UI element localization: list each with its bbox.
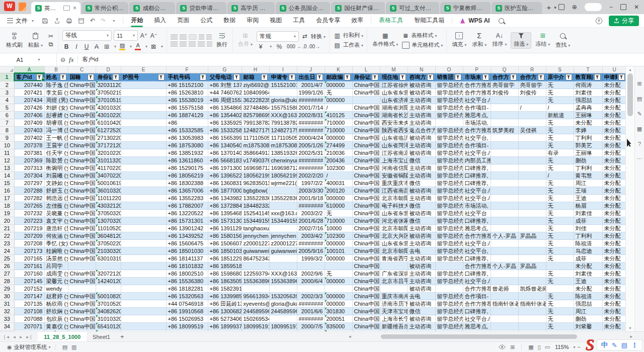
cell[interactable]: 124827175 — [242, 126, 269, 134]
cell[interactable]: 180562199 — [269, 171, 297, 179]
cell[interactable]: 153205639 — [269, 292, 297, 300]
cell[interactable]: 罗晶晶 — [518, 262, 546, 270]
cell[interactable]: +86 1354866895 — [208, 104, 242, 111]
cell[interactable]: +86 1971300890 — [208, 164, 242, 171]
convert-icon[interactable]: ⇄ — [301, 33, 309, 39]
cell[interactable]: 150269534 — [242, 315, 269, 322]
cell[interactable]: 无 — [546, 187, 574, 194]
cell[interactable]: China中国 — [68, 322, 96, 330]
font-size-select[interactable]: 11▾ — [114, 30, 138, 41]
cell[interactable]: 山东省临沂 — [380, 134, 408, 141]
cell[interactable]: 彭睿婧 (女 — [44, 111, 68, 119]
cell[interactable]: 北京市朝阳 — [380, 224, 408, 232]
cell[interactable]: +86 15538019 — [166, 96, 208, 104]
column-header-cell[interactable]: 邮箱 — [242, 73, 269, 81]
cell[interactable]: 200436 — [325, 156, 352, 164]
cell[interactable]: 2001/4/7 — [297, 81, 325, 89]
cell[interactable]: 110112200109181419 — [96, 194, 121, 202]
strikethrough-button[interactable]: A — [93, 44, 101, 50]
cell[interactable]: 无 — [546, 164, 574, 171]
cell[interactable] — [352, 96, 380, 104]
cell[interactable]: 207403 — [14, 126, 44, 134]
cell[interactable] — [435, 285, 463, 292]
cell[interactable]: China中国 — [352, 322, 380, 330]
cell[interactable]: 207265 — [14, 202, 44, 209]
cell[interactable]: 000000 — [325, 277, 352, 285]
cell[interactable] — [121, 96, 166, 104]
cell[interactable]: gloria@uk( — [269, 300, 297, 307]
cell[interactable]: 桂婉唯 (女 — [44, 247, 68, 254]
cell[interactable]: 口碑推荐, — [463, 164, 491, 171]
cell[interactable]: 湖南省浏阳 — [380, 104, 408, 111]
cell[interactable]: 122593794 — [242, 270, 269, 277]
cell[interactable]: 2001/9/18 — [297, 194, 325, 202]
cell[interactable]: 207304 — [14, 171, 44, 179]
cell[interactable]: 630103199903020823 — [96, 254, 121, 262]
cell[interactable] — [121, 262, 166, 270]
cell[interactable] — [491, 187, 518, 194]
decrease-decimal-icon[interactable]: ←.0 — [297, 44, 304, 49]
cell[interactable] — [518, 194, 546, 202]
cell[interactable]: 合作方推荐 — [463, 89, 491, 96]
font-shrink-icon[interactable]: A⁻ — [150, 33, 158, 39]
cell[interactable]: 包欣辰 (女 — [44, 315, 68, 322]
sheet-tab[interactable]: Sheet1 — [87, 332, 116, 341]
menu-item[interactable]: 数据 — [218, 14, 241, 27]
cell[interactable]: 2002/3/3 — [297, 292, 325, 300]
sum-button[interactable]: Σ 求和▾ — [470, 32, 488, 48]
underline-button[interactable]: U — [83, 44, 91, 50]
column-letter[interactable]: P — [463, 66, 491, 73]
cell[interactable]: +86 13053983 — [166, 134, 208, 141]
sidebar-chart-icon[interactable]: ▦ — [637, 126, 642, 132]
cell[interactable]: 无 — [546, 254, 574, 262]
cell[interactable]: +86 15606475 — [166, 239, 208, 247]
cell[interactable]: 207421 — [14, 89, 44, 96]
cell[interactable]: 指南针张老 — [491, 300, 518, 307]
cell[interactable] — [518, 119, 546, 126]
cell[interactable]: +86 周煜155380 — [208, 96, 242, 104]
cell[interactable]: 142401200006041426 — [96, 277, 121, 285]
cell[interactable]: 152541145 — [242, 209, 269, 217]
cell[interactable]: +86 15290175 — [166, 164, 208, 171]
preview-icon[interactable] — [78, 18, 85, 24]
column-header-cell[interactable]: 现住地址 — [380, 73, 408, 81]
column-header-cell[interactable]: 国籍 — [68, 73, 96, 81]
cell[interactable]: 留学总经办 — [435, 254, 463, 262]
cell[interactable]: 被动咨询 — [408, 81, 435, 89]
cell[interactable]: 留学总经办 — [435, 96, 463, 104]
cell[interactable] — [121, 232, 166, 239]
row-number[interactable]: 13 — [0, 164, 14, 171]
menu-item[interactable]: 智能工具箱 — [409, 14, 450, 27]
cell[interactable]: +86 18056219 — [166, 171, 208, 179]
cell[interactable]: 吴佳祺 — [518, 126, 546, 134]
cell[interactable]: 799138782 — [269, 119, 297, 126]
cell[interactable]: 207145 — [14, 277, 44, 285]
cell[interactable]: 留学总经办 — [435, 209, 463, 217]
cell[interactable]: 合作项目- — [463, 141, 491, 149]
cell[interactable]: 无 — [546, 194, 574, 202]
cell[interactable]: 370105199411221118 — [96, 96, 121, 104]
cell[interactable]: 北京市朝阳 — [380, 247, 408, 254]
filter-dropdown-button[interactable] — [594, 74, 601, 80]
cell[interactable]: 610104200212213421 — [96, 119, 121, 126]
wps-ai-menu[interactable]: WPS AI — [454, 17, 495, 24]
cell[interactable]: +86 18874129 — [166, 111, 208, 119]
row-number[interactable]: 33 — [0, 315, 14, 322]
cell[interactable]: 000000 — [325, 81, 352, 89]
cell[interactable]: +86 15536380 — [166, 277, 208, 285]
cell[interactable]: 合作方推荐 — [463, 126, 491, 134]
cell[interactable]: 未分配 — [602, 119, 625, 126]
cell[interactable]: China中国 — [352, 89, 380, 96]
cell[interactable]: 207108 — [14, 307, 44, 315]
cell[interactable] — [518, 179, 546, 187]
menu-item[interactable]: 效率 — [346, 14, 369, 27]
cell[interactable]: 未分配 — [602, 292, 625, 300]
row-number[interactable]: 21 — [0, 224, 14, 232]
column-header-cell[interactable]: 父母电话号码 — [208, 73, 242, 81]
cell[interactable]: 未分配 — [602, 81, 625, 89]
cell[interactable]: ######## — [297, 119, 325, 126]
cell[interactable]: +86 1391129694 — [208, 224, 242, 232]
cell[interactable]: 无 — [325, 209, 352, 217]
cell[interactable]: China中国 — [352, 262, 380, 270]
cell[interactable] — [491, 239, 518, 247]
